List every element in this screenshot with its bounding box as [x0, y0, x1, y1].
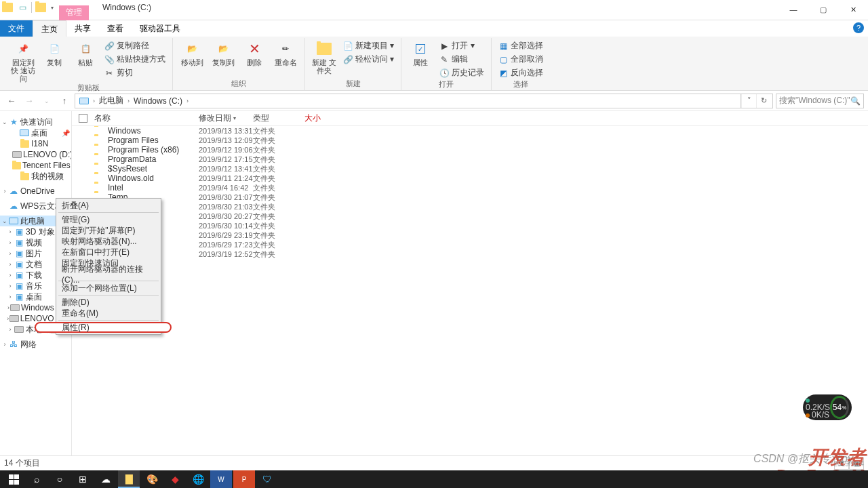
taskbar-app-2[interactable]: 🎨 [141, 470, 163, 488]
nav-item[interactable]: 桌面📌 [0, 127, 71, 138]
qat-dropdown[interactable]: ▾ [48, 5, 56, 11]
taskbar-powerpoint[interactable]: P [233, 470, 255, 488]
maximize-button[interactable]: ▢ [808, 0, 838, 19]
qat-item[interactable]: ▭ [15, 0, 30, 15]
taskbar-word[interactable]: W [210, 470, 232, 488]
ctx-pin-start[interactable]: 固定到"开始"屏幕(P) [58, 225, 159, 236]
crumb-drive[interactable]: Windows (C:) [131, 95, 185, 107]
nav-item[interactable]: ›🖧网络 [0, 339, 71, 350]
file-row[interactable]: Windows.old2019/9/11 21:24文件夹 [72, 174, 868, 183]
copy-path-button[interactable]: 🔗复制路径 [103, 39, 167, 52]
taskbar: ⌕ ○ ⊞ ☁ ▇ 🎨 ◆ 🌐 W P 🛡 [0, 470, 868, 488]
taskview-button[interactable]: ⊞ [72, 470, 94, 488]
file-row[interactable]: Program Files2019/9/13 12:09文件夹 [72, 136, 868, 145]
tab-home[interactable]: 主页 [33, 20, 66, 37]
tab-view[interactable]: 查看 [99, 20, 132, 37]
group-label-clipboard: 剪贴板 [77, 83, 100, 94]
file-row[interactable]: Intel2019/9/4 16:42文件夹 [72, 183, 868, 192]
back-button[interactable]: ← [4, 94, 19, 108]
ctx-rename[interactable]: 重命名(M) [58, 308, 159, 319]
taskbar-security[interactable]: 🛡 [256, 470, 278, 488]
close-button[interactable]: ✕ [838, 0, 868, 19]
new-folder-button[interactable]: 新建 文件夹 [311, 38, 338, 75]
select-all-checkbox[interactable] [79, 114, 87, 123]
file-row[interactable]: $SysReset2019/9/12 13:41文件夹 [72, 164, 868, 174]
tab-share[interactable]: 共享 [66, 20, 99, 37]
delete-button[interactable]: ✕删除 [241, 38, 268, 66]
nav-item[interactable]: I18N [0, 138, 71, 149]
new-item-button[interactable]: 📄新建项目 ▾ [342, 39, 395, 52]
column-date[interactable]: 修改日期▾ [199, 113, 253, 124]
pin-quickaccess-button[interactable]: 📌固定到快 速访问 [9, 38, 37, 83]
open-button[interactable]: ▶打开 ▾ [438, 39, 486, 52]
easy-access-button[interactable]: 🔗轻松访问 ▾ [342, 53, 395, 66]
nav-item[interactable]: ›☁OneDrive [0, 186, 71, 197]
search-input[interactable]: 搜索"Windows (C:)" 🔍 [776, 94, 864, 108]
item-count: 14 个项目 [4, 458, 40, 469]
file-row[interactable]: 2019/6/30 10:14文件夹 [72, 221, 868, 230]
ctx-delete[interactable]: 删除(D) [58, 297, 159, 308]
select-none-button[interactable]: ▢全部取消 [497, 53, 545, 66]
system-monitor-widget[interactable]: 0.2K/S 0K/S 54% [803, 394, 852, 420]
up-button[interactable]: ↑ [57, 94, 72, 108]
ctx-properties[interactable]: 属性(R) [35, 322, 172, 333]
ribbon-tabs: 文件 主页 共享 查看 驱动器工具 ? [0, 20, 868, 37]
file-row[interactable]: 2019/6/29 17:23文件夹 [72, 240, 868, 249]
help-button[interactable]: ? [853, 22, 864, 33]
history-button[interactable]: 🕓历史记录 [438, 66, 486, 79]
start-button[interactable] [3, 470, 24, 488]
paste-button[interactable]: 📋粘贴 [72, 38, 99, 66]
cut-button[interactable]: ✂剪切 [103, 66, 167, 79]
file-row[interactable]: Temp2019/8/30 21:07文件夹 [72, 192, 868, 202]
taskbar-chrome[interactable]: 🌐 [187, 470, 209, 488]
ctx-manage[interactable]: 管理(G) [58, 214, 159, 225]
crumb-thispc[interactable]: 此电脑 [96, 94, 126, 108]
taskbar-explorer[interactable]: ▇ [118, 470, 140, 488]
rename-button[interactable]: ✏重命名 [272, 38, 299, 66]
recent-dropdown[interactable]: ⌄ [39, 94, 54, 108]
edit-button[interactable]: ✎编辑 [438, 53, 486, 66]
invert-selection-button[interactable]: ◩反向选择 [497, 66, 545, 79]
address-dropdown[interactable]: ˅ [741, 94, 756, 108]
properties-button[interactable]: ✓属性 [407, 38, 434, 66]
file-row[interactable]: 2019/3/19 12:52文件夹 [72, 249, 868, 259]
quick-access-toolbar: ▭ ▾ [0, 0, 56, 15]
status-bar: 14 个项目 ≣ ▦ [0, 455, 868, 470]
taskbar-app-3[interactable]: ◆ [164, 470, 186, 488]
tab-drive-tools[interactable]: 驱动器工具 [132, 20, 189, 37]
file-row[interactable]: Program Files (x86)2019/9/12 19:06文件夹 [72, 145, 868, 155]
file-pane: 名称 修改日期▾ 类型 大小 Windows2019/9/13 13:31文件夹… [72, 111, 868, 455]
file-row[interactable]: Windows2019/9/13 13:31文件夹 [72, 126, 868, 136]
breadcrumb[interactable]: › 此电脑 › Windows (C:) › ˅ ↻ [75, 94, 773, 108]
tab-file[interactable]: 文件 [0, 20, 33, 37]
column-name[interactable]: 名称 [94, 113, 199, 124]
file-row[interactable]: ProgramData2019/9/12 17:15文件夹 [72, 155, 868, 164]
file-row[interactable]: 2019/6/29 23:19文件夹 [72, 230, 868, 240]
column-size[interactable]: 大小 [304, 113, 345, 124]
forward-button[interactable]: → [22, 94, 37, 108]
copy-button[interactable]: 📄复制 [41, 38, 68, 66]
search-button[interactable]: ⌕ [26, 470, 47, 488]
qat-folder-icon[interactable] [33, 0, 48, 15]
moveto-button[interactable]: 📂移动到 [178, 38, 205, 66]
copyto-button[interactable]: 📂复制到 [210, 38, 237, 66]
ctx-disconnect-network[interactable]: 断开网络驱动器的连接(C)... [58, 268, 159, 279]
nav-item[interactable]: Tencent Files [0, 160, 71, 171]
nav-item[interactable]: ⌄★快速访问 [0, 117, 71, 127]
select-all-button[interactable]: ▦全部选择 [497, 39, 545, 52]
ctx-open-new-window[interactable]: 在新窗口中打开(E) [58, 247, 159, 258]
minimize-button[interactable]: — [778, 0, 808, 19]
file-row[interactable]: 用户2019/8/30 20:27文件夹 [72, 211, 868, 221]
refresh-button[interactable]: ↻ [756, 94, 771, 108]
paste-shortcut-button[interactable]: 📎粘贴快捷方式 [103, 53, 167, 66]
context-menu: 折叠(A) 管理(G) 固定到"开始"屏幕(P) 映射网络驱动器(N)... 在… [56, 198, 161, 335]
taskbar-date: 2019/9/14 [834, 460, 865, 468]
ctx-collapse[interactable]: 折叠(A) [58, 200, 159, 211]
ctx-map-network[interactable]: 映射网络驱动器(N)... [58, 236, 159, 247]
column-type[interactable]: 类型 [253, 113, 304, 124]
taskbar-app-1[interactable]: ☁ [95, 470, 117, 488]
contextual-tab-manage[interactable]: 管理 [59, 5, 89, 20]
nav-item[interactable]: LENOVO (D:) [0, 149, 71, 160]
nav-item[interactable]: 我的视频 [0, 171, 71, 182]
cortana-button[interactable]: ○ [49, 470, 71, 488]
